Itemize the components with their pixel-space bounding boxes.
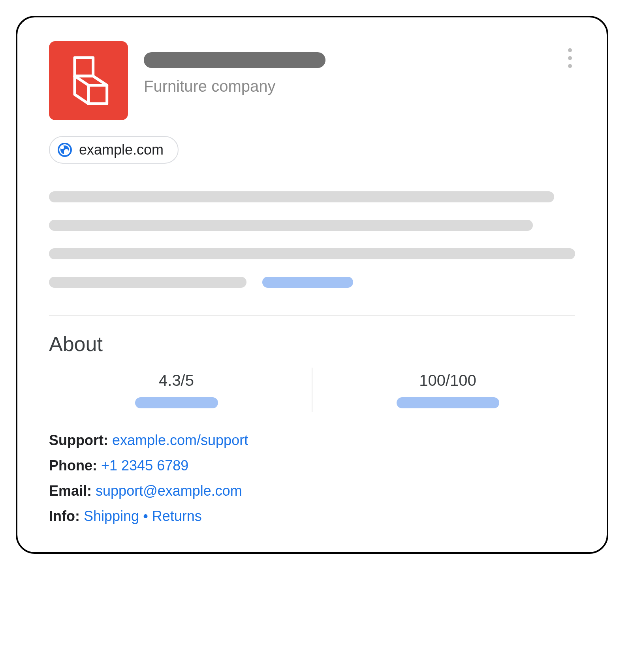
text-placeholder-line: [49, 277, 246, 288]
scores-row: 4.3/5 100/100: [49, 368, 575, 412]
score-cell: 100/100: [320, 368, 575, 412]
info-label: Info:: [49, 508, 80, 524]
rating-cell: 4.3/5: [49, 368, 304, 412]
section-divider: [49, 315, 575, 316]
info-row: Info: Shipping • Returns: [49, 508, 575, 525]
phone-row: Phone: +1 2345 6789: [49, 457, 575, 474]
phone-link[interactable]: +1 2345 6789: [101, 457, 188, 474]
contact-list: Support: example.com/support Phone: +1 2…: [49, 432, 575, 525]
email-label: Email:: [49, 483, 92, 499]
rating-value: 4.3/5: [159, 372, 194, 389]
title-placeholder: [144, 52, 325, 68]
vertical-divider: [312, 368, 312, 412]
score-value: 100/100: [419, 372, 476, 389]
text-placeholder-line: [49, 191, 554, 202]
support-label: Support:: [49, 432, 108, 448]
title-block: Furniture company: [144, 41, 325, 95]
rating-label-placeholder: [135, 397, 218, 408]
knowledge-panel-card: Furniture company example.com About 4.3/…: [16, 16, 608, 554]
text-placeholder-line: [49, 220, 533, 231]
email-link[interactable]: support@example.com: [96, 483, 242, 499]
more-options-button[interactable]: [565, 45, 575, 71]
returns-link[interactable]: Returns: [152, 508, 202, 524]
link-placeholder[interactable]: [262, 277, 353, 288]
shipping-link[interactable]: Shipping: [84, 508, 139, 524]
text-placeholder-line: [49, 248, 575, 259]
website-chip[interactable]: example.com: [49, 136, 179, 164]
header: Furniture company: [49, 41, 575, 120]
about-heading: About: [49, 332, 575, 356]
globe-icon: [58, 143, 72, 157]
text-placeholder-row: [49, 277, 575, 288]
description-placeholder: [49, 191, 575, 288]
support-row: Support: example.com/support: [49, 432, 575, 449]
chair-icon: [65, 53, 112, 108]
company-category: Furniture company: [144, 77, 325, 95]
company-logo: [49, 41, 128, 120]
phone-label: Phone:: [49, 457, 97, 474]
website-chip-text: example.com: [79, 142, 164, 158]
score-label-placeholder: [397, 397, 499, 408]
email-row: Email: support@example.com: [49, 483, 575, 499]
support-link[interactable]: example.com/support: [112, 432, 248, 448]
